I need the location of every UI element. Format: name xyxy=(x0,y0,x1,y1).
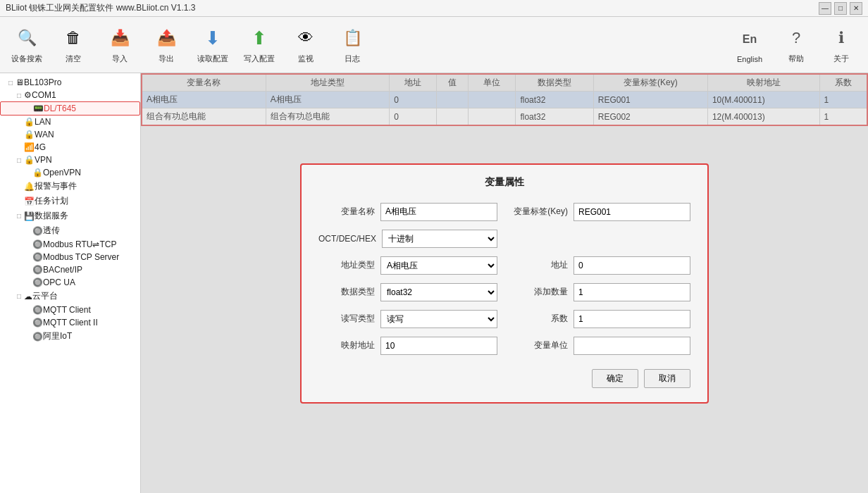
close-button[interactable]: ✕ xyxy=(850,2,862,15)
dlt645-label: DL/T645 xyxy=(44,104,76,113)
sidebar-item-mqttclient[interactable]: 🔘 MQTT Client xyxy=(0,304,140,316)
clear-icon: 🗑 xyxy=(61,25,86,51)
monitor-icon: 👁 xyxy=(293,25,318,51)
mqttclient-label: MQTT Client xyxy=(43,305,91,315)
minimize-button[interactable]: — xyxy=(819,2,831,15)
oct-dec-hex-select[interactable]: 八进制 十进制 十六进制 xyxy=(382,230,497,248)
search-button[interactable]: 🔍 设备搜索 xyxy=(6,21,48,69)
dialog-form: 变量名称 变量标签(Key) OCT/DEC/HEX 八进制 十进制 十六进制 xyxy=(318,203,690,355)
sidebar-item-task[interactable]: 📅 任务计划 xyxy=(0,194,140,208)
oct-dec-hex-row: OCT/DEC/HEX 八进制 十进制 十六进制 xyxy=(318,230,497,248)
sidebar-item-cloudplatform[interactable]: □ ☁ 云平台 xyxy=(0,289,140,304)
map-addr-label: 映射地址 xyxy=(318,339,375,351)
english-button[interactable]: En English xyxy=(727,21,772,69)
monitor-button[interactable]: 👁 监视 xyxy=(285,21,327,69)
sidebar-item-bl103pro[interactable]: □ 🖥 BL103Pro xyxy=(0,76,140,89)
clear-button[interactable]: 🗑 清空 xyxy=(52,21,94,69)
sidebar-item-opcua[interactable]: 🔘 OPC UA xyxy=(0,276,140,289)
read-icon: ⬇ xyxy=(200,25,225,51)
sidebar-item-dataservice[interactable]: □ 💾 数据服务 xyxy=(0,208,140,223)
var-key-label: 变量标签(Key) xyxy=(512,206,568,218)
sidebar-item-modbusrtutcp[interactable]: 🔘 Modbus RTU⇌TCP xyxy=(0,238,140,251)
add-count-row: 添加数量 xyxy=(512,283,690,301)
read-config-button[interactable]: ⬇ 读取配置 xyxy=(192,21,234,69)
sidebar-item-vpn[interactable]: □ 🔒 VPN xyxy=(0,154,140,166)
var-key-row: 变量标签(Key) xyxy=(512,203,690,221)
empty-spacer xyxy=(512,230,690,248)
coeff-input[interactable] xyxy=(574,310,690,328)
var-unit-input[interactable] xyxy=(574,337,690,355)
var-unit-row: 变量单位 xyxy=(512,337,690,355)
sidebar-item-lan[interactable]: 🔒 LAN xyxy=(0,116,140,128)
read-label: 读取配置 xyxy=(197,54,228,64)
addr-input[interactable] xyxy=(574,256,690,275)
dataservice-icon: 💾 xyxy=(24,211,35,221)
lan-icon: 🔒 xyxy=(24,117,35,127)
sidebar-item-aliyuniot[interactable]: 🔘 阿里IoT xyxy=(0,329,140,344)
modbustcpserver-icon: 🔘 xyxy=(32,252,43,262)
help-button[interactable]: ? 帮助 xyxy=(775,21,817,69)
english-label: English xyxy=(737,55,762,63)
wan-icon: 🔒 xyxy=(24,130,35,139)
window-controls: — □ ✕ xyxy=(819,2,862,15)
write-config-button[interactable]: ⬆ 写入配置 xyxy=(238,21,280,69)
data-type-row: 数据类型 int16 uint16 int32 uint32 float32 f… xyxy=(318,283,497,301)
var-key-input[interactable] xyxy=(574,203,690,221)
dataservice-label: 数据服务 xyxy=(35,210,68,222)
sidebar-item-bacnetip[interactable]: 🔘 BACnet/IP xyxy=(0,263,140,276)
4g-label: 4G xyxy=(35,142,46,152)
search-icon: 🔍 xyxy=(14,25,39,51)
sidebar-item-modbustcpserver[interactable]: 🔘 Modbus TCP Server xyxy=(0,251,140,263)
bl103pro-label: BL103Pro xyxy=(24,77,61,87)
clear-label: 清空 xyxy=(66,54,81,64)
sidebar-item-mqttclient2[interactable]: 🔘 MQTT Client II xyxy=(0,316,140,329)
sidebar-item-dlt645[interactable]: 📟 DL/T645 xyxy=(0,101,140,116)
oct-dec-hex-label: OCT/DEC/HEX xyxy=(318,234,376,244)
map-addr-input[interactable] xyxy=(380,337,497,355)
rw-type-row: 读写类型 只读 只写 读写 xyxy=(318,310,497,328)
import-icon: 📥 xyxy=(107,25,132,51)
variable-properties-dialog: 变量属性 变量名称 变量标签(Key) OCT/DEC/HEX xyxy=(300,163,709,404)
coeff-label: 系数 xyxy=(512,313,568,325)
sidebar-item-alert[interactable]: 🔔 报警与事件 xyxy=(0,179,140,194)
add-count-input[interactable] xyxy=(574,283,690,301)
openvpn-label: OpenVPN xyxy=(43,168,81,177)
task-icon: 📅 xyxy=(24,196,35,206)
sidebar-item-4g[interactable]: 📶 4G xyxy=(0,141,140,154)
write-label: 写入配置 xyxy=(244,54,275,64)
data-type-label: 数据类型 xyxy=(318,286,375,298)
sidebar-item-wan[interactable]: 🔒 WAN xyxy=(0,128,140,141)
bacnetip-icon: 🔘 xyxy=(32,265,43,275)
about-button[interactable]: ℹ 关于 xyxy=(820,21,862,69)
expand-bl103pro: □ xyxy=(6,79,16,87)
4g-icon: 📶 xyxy=(24,142,35,152)
addr-type-select[interactable]: A相电压 xyxy=(380,256,497,275)
sidebar-item-com1[interactable]: □ ⚙ COM1 xyxy=(0,89,140,101)
title-bar: BLiiot 钡铢工业网关配置软件 www.BLiiot.cn V1.1.3 —… xyxy=(0,0,868,17)
english-icon: En xyxy=(737,27,762,52)
mqttclient2-label: MQTT Client II xyxy=(43,318,98,327)
rw-type-label: 读写类型 xyxy=(318,313,375,325)
toolbar: 🔍 设备搜索 🗑 清空 📥 导入 📤 导出 ⬇ 读取配置 ⬆ 写入配置 👁 监视 xyxy=(0,17,868,73)
sidebar-item-openvpn[interactable]: 🔒 OpenVPN xyxy=(0,166,140,179)
coeff-row: 系数 xyxy=(512,310,690,328)
modbusrtutcp-icon: 🔘 xyxy=(32,239,43,249)
cancel-button[interactable]: 取消 xyxy=(644,369,690,388)
data-type-select[interactable]: int16 uint16 int32 uint32 float32 float6… xyxy=(380,283,497,301)
aliyuniot-icon: 🔘 xyxy=(32,332,43,342)
toolbar-right-group: En English ? 帮助 ℹ 关于 xyxy=(727,21,862,69)
rw-type-select[interactable]: 只读 只写 读写 xyxy=(380,310,497,328)
addr-type-label: 地址类型 xyxy=(318,259,375,271)
var-name-input[interactable] xyxy=(380,203,497,221)
app-title: BLiiot 钡铢工业网关配置软件 www.BLiiot.cn V1.1.3 xyxy=(6,2,195,14)
export-button[interactable]: 📤 导出 xyxy=(145,21,187,69)
write-icon: ⬆ xyxy=(247,25,272,51)
monitor-label: 监视 xyxy=(298,54,314,64)
log-button[interactable]: 📋 日志 xyxy=(331,21,373,69)
confirm-button[interactable]: 确定 xyxy=(592,369,638,388)
sidebar-item-transparent[interactable]: 🔘 透传 xyxy=(0,223,140,238)
maximize-button[interactable]: □ xyxy=(834,2,847,15)
mqttclient2-icon: 🔘 xyxy=(32,318,43,327)
lan-label: LAN xyxy=(35,117,51,127)
import-button[interactable]: 📥 导入 xyxy=(99,21,141,69)
